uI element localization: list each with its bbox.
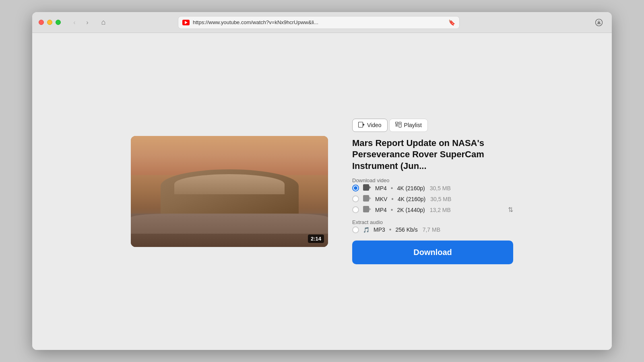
download-panel: Video Playlist Mars Report Update on NAS… — [352, 119, 513, 265]
youtube-favicon — [182, 20, 190, 25]
url-text: https://www.youtube.com/watch?v=kNx9hcrU… — [193, 19, 445, 25]
radio-mkv-4k[interactable] — [352, 195, 359, 202]
video-options: MP4 • 4K (2160p) 30,5 MB MKV — [352, 184, 513, 214]
format-size-3: 13,2 MB — [430, 207, 451, 213]
close-button[interactable] — [39, 20, 44, 25]
maximize-button[interactable] — [56, 20, 61, 25]
thumbnail-wrapper: 2:14 — [131, 136, 328, 247]
svg-rect-11 — [363, 195, 369, 202]
svg-rect-4 — [395, 124, 398, 125]
svg-rect-5 — [395, 125, 398, 126]
video-icon-1 — [363, 184, 371, 192]
download-arrow-icon — [595, 19, 603, 26]
option-mp3[interactable]: 🎵 MP3 • 256 Kb/s 7,7 MB — [352, 226, 513, 233]
mars-foreground — [131, 214, 328, 247]
tab-video[interactable]: Video — [352, 119, 388, 132]
svg-marker-14 — [369, 208, 371, 211]
svg-marker-12 — [369, 197, 371, 200]
svg-rect-6 — [399, 122, 401, 127]
traffic-lights — [39, 20, 61, 25]
download-video-section: Download video MP4 • 4K (2160p) 30,5 MB — [352, 177, 513, 214]
mars-rock — [161, 169, 299, 219]
format-quality-3: 2K (1440p) — [397, 207, 425, 213]
extract-audio-label: Extract audio — [352, 219, 513, 225]
svg-marker-2 — [363, 123, 365, 126]
format-size-audio: 7,7 MB — [423, 226, 440, 233]
nav-buttons: ‹ › — [69, 17, 93, 28]
video-icon-3 — [363, 206, 371, 214]
svg-rect-1 — [359, 122, 363, 127]
extract-audio-section: Extract audio 🎵 MP3 • 256 Kb/s 7,7 MB — [352, 219, 513, 233]
browser-download-icon[interactable] — [592, 16, 605, 29]
format-size-1: 30,5 MB — [430, 185, 451, 191]
playlist-tab-icon — [395, 122, 402, 129]
format-name-audio: MP3 — [374, 226, 385, 233]
tab-video-label: Video — [367, 122, 382, 128]
svg-rect-3 — [395, 122, 398, 123]
address-bar[interactable]: https://www.youtube.com/watch?v=kNx9hcrU… — [178, 16, 460, 29]
format-name-1: MP4 — [375, 185, 387, 191]
back-button[interactable]: ‹ — [69, 17, 80, 28]
tab-bar: Video Playlist — [352, 119, 513, 132]
video-title: Mars Report Update on NASA's Perseveranc… — [352, 138, 513, 172]
download-video-label: Download video — [352, 177, 513, 183]
format-quality-audio: 256 Kb/s — [395, 226, 417, 233]
expand-icon[interactable]: ⇅ — [508, 206, 513, 214]
bookmark-icon[interactable]: 🔖 — [448, 19, 455, 26]
format-quality-1: 4K (2160p) — [397, 185, 425, 191]
radio-mp3[interactable] — [352, 226, 359, 233]
option-mkv-4k[interactable]: MKV • 4K (2160p) 30,5 MB — [352, 195, 513, 203]
video-icon-2 — [363, 195, 371, 203]
format-size-2: 30,5 MB — [430, 196, 451, 202]
format-quality-2: 4K (2160p) — [398, 196, 425, 202]
format-name-3: MP4 — [375, 207, 387, 213]
home-button[interactable]: ⌂ — [98, 17, 109, 28]
video-thumbnail: 2:14 — [131, 136, 328, 247]
browser-content: 2:14 Video — [32, 33, 612, 350]
duration-badge: 2:14 — [308, 234, 324, 243]
audio-options: 🎵 MP3 • 256 Kb/s 7,7 MB — [352, 226, 513, 233]
titlebar: ‹ › ⌂ https://www.youtube.com/watch?v=kN… — [32, 12, 612, 33]
option-mp4-4k[interactable]: MP4 • 4K (2160p) 30,5 MB — [352, 184, 513, 192]
radio-mp4-4k[interactable] — [352, 185, 359, 191]
svg-rect-13 — [363, 206, 369, 212]
svg-marker-10 — [369, 186, 371, 189]
radio-mp4-2k[interactable] — [352, 206, 359, 213]
svg-rect-9 — [363, 185, 369, 191]
mars-scene-image — [131, 136, 328, 247]
forward-button[interactable]: › — [82, 17, 93, 28]
minimize-button[interactable] — [47, 20, 52, 25]
download-button[interactable]: Download — [352, 241, 513, 264]
browser-window: ‹ › ⌂ https://www.youtube.com/watch?v=kN… — [32, 12, 612, 350]
tab-playlist-label: Playlist — [404, 122, 422, 128]
audio-icon: 🎵 — [363, 227, 369, 233]
tab-playlist[interactable]: Playlist — [389, 119, 428, 132]
option-mp4-2k[interactable]: MP4 • 2K (1440p) 13,2 MB ⇅ — [352, 206, 513, 214]
video-tab-icon — [358, 122, 365, 129]
content-area: 2:14 Video — [121, 119, 523, 265]
format-name-2: MKV — [375, 196, 387, 202]
